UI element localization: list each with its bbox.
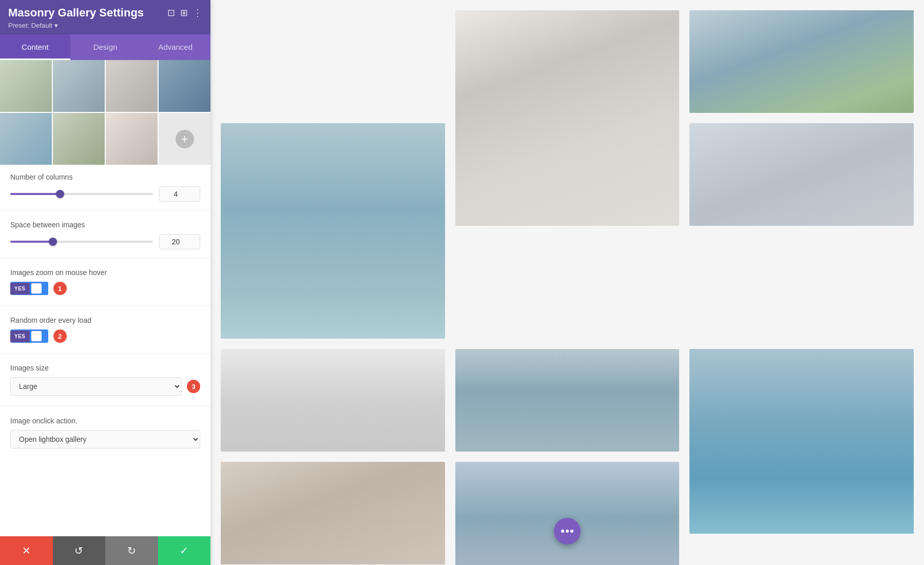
gallery-item-pool[interactable]	[221, 123, 445, 339]
thumbnail-3[interactable]	[106, 60, 158, 112]
zoom-toggle[interactable]: YES	[10, 282, 48, 295]
onclick-control: Image onclick action. None Open lightbox…	[0, 408, 210, 457]
spacing-label: Space between images	[10, 221, 200, 229]
spacing-slider-thumb[interactable]	[49, 238, 57, 246]
settings-panel: Masonry Gallery Settings ⊡ ⊞ ⋮ Preset: D…	[0, 0, 210, 565]
zoom-toggle-row: YES 1	[10, 282, 200, 295]
spacing-control: Space between images 20	[0, 212, 210, 256]
thumbnail-1[interactable]	[0, 60, 52, 112]
gallery-item-pier[interactable]	[455, 349, 680, 452]
columns-label: Number of columns	[10, 173, 200, 181]
size-control: Images size Thumbnail Medium Large Full …	[0, 356, 210, 404]
redo-icon: ↻	[127, 544, 136, 557]
tab-bar: Content Design Advanced	[0, 34, 210, 60]
panel-title: Masonry Gallery Settings	[8, 6, 144, 20]
floating-action-button[interactable]	[554, 518, 581, 544]
plus-icon: +	[176, 130, 194, 148]
undo-icon: ↺	[74, 544, 83, 557]
onclick-select-row: None Open lightbox gallery Open URL Do n…	[10, 430, 200, 449]
size-badge: 3	[187, 380, 200, 393]
gallery-item-coastal[interactable]	[221, 462, 445, 564]
divider-5	[0, 406, 210, 406]
random-toggle[interactable]: YES	[10, 329, 48, 343]
save-icon: ✓	[180, 544, 188, 557]
tab-advanced[interactable]: Advanced	[140, 34, 210, 60]
gallery-item-interior[interactable]	[455, 10, 680, 226]
random-toggle-knob	[31, 331, 42, 341]
random-label: Random order every load	[10, 316, 200, 324]
image-thumbnail-grid: +	[0, 60, 210, 165]
more-icon[interactable]: ⋮	[193, 7, 202, 18]
thumbnail-6[interactable]	[53, 113, 105, 165]
divider-4	[0, 353, 210, 354]
gallery-item-dock[interactable]	[689, 10, 914, 113]
redo-button[interactable]: ↻	[105, 536, 158, 565]
gallery-item-desert[interactable]	[689, 123, 914, 226]
random-control: Random order every load YES 2	[0, 308, 210, 351]
size-label: Images size	[10, 364, 200, 372]
random-toggle-row: YES 2	[10, 329, 200, 343]
random-badge: 2	[53, 329, 67, 343]
fab-dot-1	[561, 530, 564, 533]
divider-2	[0, 258, 210, 258]
onclick-select[interactable]: None Open lightbox gallery Open URL Do n…	[10, 430, 200, 449]
spacing-slider-track	[10, 241, 153, 243]
cancel-button[interactable]: ✕	[0, 536, 53, 565]
thumbnail-7[interactable]	[106, 113, 158, 165]
thumbnail-4[interactable]	[159, 60, 210, 112]
grid-icon[interactable]: ⊞	[180, 7, 188, 18]
gallery-item-sailboat[interactable]	[689, 349, 914, 534]
add-image-button[interactable]: +	[159, 113, 210, 165]
zoom-badge: 1	[53, 282, 67, 295]
preset-label[interactable]: Preset: Default ▾	[8, 22, 202, 29]
columns-control: Number of columns 4	[0, 165, 210, 208]
settings-content: + Number of columns 4 Space between imag…	[0, 60, 210, 565]
thumbnail-5[interactable]	[0, 113, 52, 165]
tab-content[interactable]: Content	[0, 34, 70, 60]
fab-dot-3	[570, 530, 573, 533]
divider-3	[0, 305, 210, 306]
columns-slider-row: 4	[10, 186, 200, 202]
panel-header: Masonry Gallery Settings ⊡ ⊞ ⋮ Preset: D…	[0, 0, 210, 34]
gallery-item-person[interactable]	[221, 349, 445, 452]
gallery-item-walkway[interactable]	[455, 462, 680, 565]
undo-button[interactable]: ↺	[53, 536, 106, 565]
spacing-slider-row: 20	[10, 234, 200, 249]
size-select-row: Thumbnail Medium Large Full 3	[10, 377, 200, 396]
size-select[interactable]: Thumbnail Medium Large Full	[10, 377, 182, 396]
zoom-control: Images zoom on mouse hover YES 1	[0, 260, 210, 303]
masonry-gallery	[210, 0, 924, 565]
random-toggle-track	[30, 329, 48, 343]
columns-slider-track	[10, 193, 153, 195]
main-canvas	[210, 0, 924, 565]
columns-slider-fill	[10, 193, 60, 195]
spacing-slider-fill	[10, 241, 53, 243]
cancel-icon: ✕	[22, 544, 31, 557]
toggle-yes-label: YES	[10, 283, 30, 295]
spacing-input[interactable]: 20	[159, 234, 200, 249]
onclick-label: Image onclick action.	[10, 417, 200, 425]
bottom-toolbar: ✕ ↺ ↻ ✓	[0, 536, 210, 565]
divider-1	[0, 210, 210, 210]
columns-slider-thumb[interactable]	[56, 190, 64, 198]
columns-input[interactable]: 4	[159, 186, 200, 202]
screen-icon[interactable]: ⊡	[167, 7, 175, 18]
random-yes-label: YES	[10, 330, 30, 342]
fab-dot-2	[566, 530, 569, 533]
chevron-down-icon: ▾	[54, 22, 58, 29]
thumbnail-2[interactable]	[53, 60, 105, 112]
zoom-label: Images zoom on mouse hover	[10, 268, 200, 277]
toggle-track	[30, 282, 48, 295]
toggle-knob	[31, 283, 42, 294]
header-icons: ⊡ ⊞ ⋮	[167, 7, 202, 18]
save-button[interactable]: ✓	[158, 536, 211, 565]
tab-design[interactable]: Design	[70, 34, 141, 60]
